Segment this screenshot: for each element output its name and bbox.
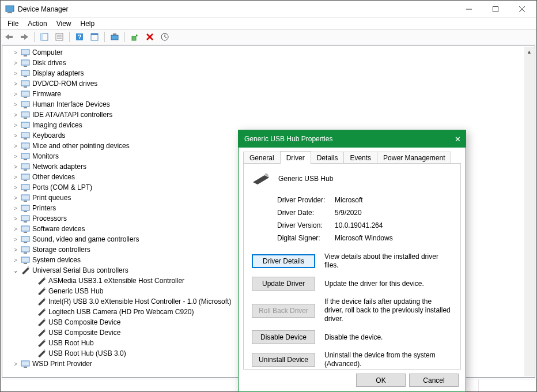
tree-item[interactable]: > Imaging devices (12, 120, 524, 130)
tree-item-label: DVD/CD-ROM drives (32, 80, 97, 88)
device-category-icon (21, 255, 30, 265)
expand-icon[interactable]: > (12, 195, 20, 201)
usb-device-icon (252, 172, 270, 186)
update-driver-button[interactable]: Update Driver (252, 277, 315, 291)
expand-icon[interactable]: > (12, 257, 20, 263)
usb-device-icon (37, 297, 46, 306)
device-category-icon (21, 183, 30, 192)
titlebar: Device Manager (1, 1, 536, 18)
vertical-scrollbar[interactable]: ▲ (524, 47, 534, 376)
tree-item-label: IDE ATA/ATAPI controllers (32, 111, 112, 119)
svg-rect-53 (24, 201, 27, 202)
svg-rect-66 (21, 361, 29, 366)
tab-power-management[interactable]: Power Management (377, 152, 451, 164)
show-hide-tree-button[interactable] (38, 31, 51, 43)
expand-icon[interactable]: > (12, 216, 20, 222)
svg-rect-40 (21, 133, 29, 138)
expand-icon[interactable]: > (12, 81, 20, 87)
svg-rect-59 (24, 232, 27, 233)
tree-item-label: Disk drives (32, 59, 66, 67)
usb-device-icon (37, 307, 46, 316)
expand-icon[interactable]: > (12, 153, 20, 160)
disable-device-button[interactable]: Disable Device (252, 330, 315, 344)
tree-item-label: USB Composite Device (48, 318, 120, 326)
tree-item[interactable]: > IDE ATA/ATAPI controllers (12, 110, 524, 120)
expand-icon[interactable]: > (12, 361, 20, 367)
tree-item-label: Intel(R) USB 3.0 eXtensible Host Control… (48, 297, 231, 306)
tree-item[interactable]: > Display adapters (12, 68, 524, 78)
scroll-up-icon[interactable]: ▲ (524, 47, 534, 56)
tab-panel-driver: Generic USB Hub Driver Provider: Microso… (243, 163, 461, 370)
tree-item-label: Universal Serial Bus controllers (32, 266, 128, 274)
signer-value: Microsoft Windows (335, 234, 452, 242)
window-title: Device Manager (18, 5, 456, 13)
usb-device-icon (37, 276, 46, 285)
tree-item[interactable]: > Human Interface Devices (12, 99, 524, 110)
menu-help[interactable]: Help (76, 18, 100, 29)
expand-icon[interactable]: > (12, 247, 20, 253)
expand-icon[interactable]: > (12, 112, 20, 118)
svg-rect-65 (24, 263, 27, 264)
collapse-icon[interactable]: ⌄ (12, 267, 20, 274)
expand-icon[interactable]: > (12, 184, 20, 191)
tree-item-label: USB Root Hub (48, 339, 94, 347)
device-category-icon (21, 359, 30, 368)
svg-rect-19 (113, 33, 116, 35)
properties-button[interactable] (53, 31, 66, 43)
menu-action[interactable]: Action (23, 18, 51, 29)
scan-hardware-button[interactable] (108, 31, 121, 43)
svg-rect-38 (21, 122, 29, 127)
maximize-button[interactable] (482, 1, 509, 18)
uninstall-device-button[interactable]: Uninstall Device (252, 353, 315, 367)
usb-category-icon (21, 266, 30, 275)
tab-driver[interactable]: Driver (280, 151, 311, 164)
action-button[interactable] (88, 31, 101, 43)
uninstall-button[interactable] (143, 31, 156, 43)
disable-device-toolbar-button[interactable] (158, 31, 171, 43)
svg-rect-37 (24, 118, 27, 119)
version-label: Driver Version: (277, 221, 335, 229)
menu-file[interactable]: File (3, 18, 23, 29)
device-category-icon (21, 120, 30, 130)
expand-icon[interactable]: > (12, 143, 20, 149)
expand-icon[interactable]: > (12, 226, 20, 232)
tab-general[interactable]: General (243, 152, 281, 164)
expand-icon[interactable]: > (12, 60, 20, 66)
help-button[interactable]: ? (73, 31, 86, 43)
expand-icon[interactable]: > (12, 122, 20, 129)
back-button[interactable] (3, 31, 16, 43)
device-category-icon (21, 48, 30, 57)
tab-details[interactable]: Details (311, 152, 345, 164)
minimize-button[interactable] (456, 1, 482, 18)
dialog-close-button[interactable]: ✕ (444, 135, 461, 144)
expand-icon[interactable]: > (12, 70, 20, 77)
forward-button[interactable] (18, 31, 31, 43)
update-driver-button[interactable] (128, 31, 141, 43)
dialog-titlebar[interactable]: Generic USB Hub Properties ✕ (239, 130, 466, 148)
expand-icon[interactable]: > (12, 101, 20, 108)
svg-rect-55 (24, 211, 27, 212)
menu-view[interactable]: View (52, 18, 76, 29)
expand-icon[interactable]: > (12, 91, 20, 97)
tree-item[interactable]: > Firmware (12, 89, 524, 99)
tree-item[interactable]: > DVD/CD-ROM drives (12, 78, 524, 89)
cancel-button[interactable]: Cancel (409, 374, 459, 387)
close-button[interactable] (509, 1, 535, 18)
driver-details-button[interactable]: Driver Details (252, 254, 315, 268)
expand-icon[interactable]: > (12, 50, 20, 56)
tree-item[interactable]: > Disk drives (12, 58, 524, 68)
tree-item-label: Mice and other pointing devices (32, 142, 130, 150)
svg-rect-47 (24, 169, 27, 171)
expand-icon[interactable]: > (12, 205, 20, 212)
expand-icon[interactable]: > (12, 164, 20, 170)
device-category-icon (21, 131, 30, 140)
tab-events[interactable]: Events (343, 152, 377, 164)
menubar: File Action View Help (1, 18, 536, 29)
expand-icon[interactable]: > (12, 174, 20, 180)
expand-icon[interactable]: > (12, 133, 20, 139)
tree-item-label: USB Composite Device (48, 329, 120, 337)
tree-item-label: Firmware (32, 90, 61, 98)
tree-item[interactable]: > Computer (12, 47, 524, 58)
ok-button[interactable]: OK (356, 374, 406, 387)
expand-icon[interactable]: > (12, 236, 20, 243)
